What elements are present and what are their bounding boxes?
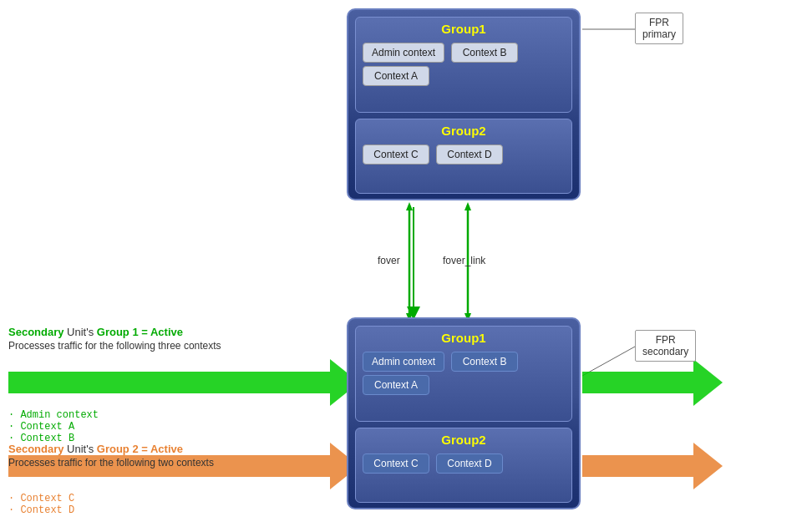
secondary-group2-info: Secondary Unit's Group 2 = Active Proces…	[8, 443, 214, 469]
fover-link-label: fover_link	[443, 255, 485, 266]
ctx-c: · Context C	[8, 493, 74, 504]
secondary-admin-context: Admin context	[363, 352, 444, 372]
ctx-admin: · Admin context	[8, 409, 99, 421]
secondary-group1-active-line: Secondary Unit's Group 1 = Active	[8, 326, 221, 338]
primary-group2-row1: Context C Context D	[356, 144, 571, 165]
fover-label: fover	[378, 255, 400, 266]
primary-context-b: Context B	[451, 43, 518, 63]
group2-context-list: · Context C · Context D	[8, 493, 74, 516]
secondary-group1-section: Group1 Admin context Context B Context A	[355, 326, 572, 422]
secondary-group1-row2: Context A	[356, 375, 571, 395]
primary-admin-context: Admin context	[363, 43, 444, 63]
primary-group2-section: Group2 Context C Context D	[355, 119, 572, 194]
ctx-d: · Context D	[8, 504, 74, 516]
unit-text-1: Unit's	[63, 326, 96, 338]
primary-group1-row1: Admin context Context B	[356, 43, 571, 63]
primary-group1-title: Group1	[356, 18, 571, 39]
fpr-secondary-label: FPRsecondary	[635, 330, 696, 362]
primary-context-d: Context D	[436, 144, 503, 165]
primary-group2-title: Group2	[356, 119, 571, 141]
primary-context-c: Context C	[363, 144, 429, 165]
group2-desc: Processes traffic for the following two …	[8, 457, 214, 469]
svg-marker-15	[582, 359, 723, 406]
secondary-group1-row1: Admin context Context B	[356, 352, 571, 372]
primary-context-a: Context A	[363, 66, 429, 86]
group2-active-label: Group 2 = Active	[97, 443, 183, 455]
secondary-group2-active-line: Secondary Unit's Group 2 = Active	[8, 443, 214, 455]
svg-marker-17	[582, 443, 723, 489]
svg-marker-14	[8, 359, 359, 406]
secondary-group2-title: Group2	[356, 428, 571, 450]
secondary-context-b: Context B	[451, 352, 518, 372]
svg-marker-10	[406, 202, 413, 210]
group1-desc: Processes traffic for the following thre…	[8, 340, 221, 352]
fpr-primary-label: FPRprimary	[635, 13, 683, 44]
secondary-context-c: Context C	[363, 453, 429, 474]
fpr-secondary-device: Group1 Admin context Context B Context A…	[347, 317, 581, 509]
secondary-group2-row1: Context C Context D	[356, 453, 571, 474]
svg-marker-13	[464, 202, 471, 210]
group1-context-list: · Admin context · Context A · Context B	[8, 409, 99, 444]
secondary-group1-info: Secondary Unit's Group 1 = Active Proces…	[8, 326, 221, 352]
fpr-primary-device: Group1 Admin context Context B Context A…	[347, 8, 581, 200]
primary-group1-row2: Context A	[356, 66, 571, 86]
secondary-group1-title: Group1	[356, 327, 571, 348]
group1-active-label: Group 1 = Active	[97, 326, 183, 338]
diagram: Group1 Admin context Context B Context A…	[0, 0, 802, 532]
secondary-group2-section: Group2 Context C Context D	[355, 428, 572, 503]
unit-text-2: Unit's	[63, 443, 96, 455]
svg-line-1	[582, 347, 635, 376]
secondary-context-d: Context D	[436, 453, 503, 474]
secondary-context-a: Context A	[363, 375, 429, 395]
ctx-a: · Context A	[8, 421, 99, 433]
secondary-label-2: Secondary	[8, 443, 63, 455]
primary-group1-section: Group1 Admin context Context B Context A	[355, 17, 572, 113]
secondary-label-1: Secondary	[8, 326, 63, 338]
